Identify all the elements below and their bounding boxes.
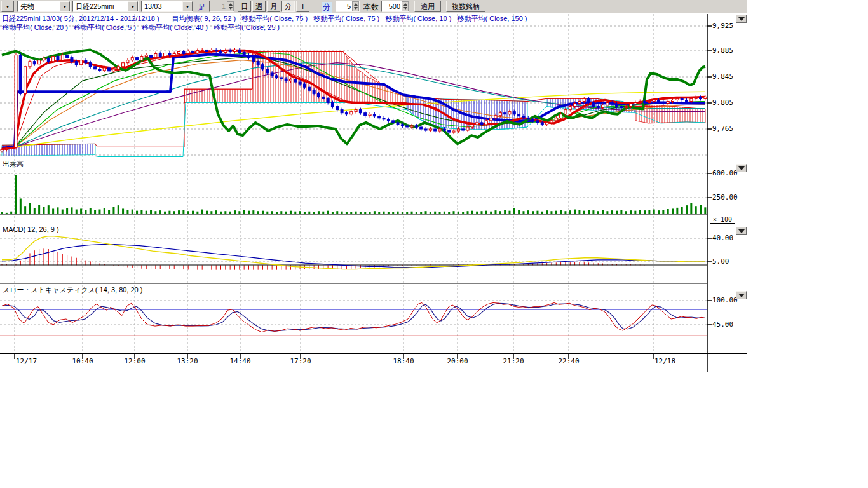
volume-multiplier-badge: × 100: [710, 215, 735, 224]
chart-header-line1: 日経225mini 13/03( 5分, 2012/12/14 - 2012/1…: [2, 14, 527, 24]
time-axis-label: 13:20: [177, 357, 198, 365]
panel-dropdown-button[interactable]: [736, 164, 747, 172]
time-axis-label: 22:40: [558, 357, 579, 365]
stochastics-panel-label: スロー・ストキャスティクス( 14, 3, 80, 20 ): [3, 285, 142, 295]
chevron-down-icon: [738, 166, 745, 170]
time-axis-label: 20:00: [447, 357, 468, 365]
macd-panel-label: MACD( 12, 26, 9 ): [3, 226, 59, 233]
price-axis-label: 9,805: [712, 98, 733, 107]
price-axis-label: 9,765: [712, 125, 733, 133]
panel-dropdown-button[interactable]: [736, 227, 747, 235]
macd-axis-label: 40.00: [712, 234, 733, 242]
time-axis-label: 21:20: [503, 357, 524, 365]
volume-panel-label: 出来高: [3, 159, 24, 169]
time-axis-label: 12/17: [16, 357, 37, 365]
chevron-down-icon: [738, 294, 745, 297]
trading-chart-app: { "toolbar": { "dropdown_button": "▼", "…: [0, 0, 868, 488]
chevron-down-icon: [738, 17, 745, 21]
time-axis-label: 10:40: [72, 357, 93, 365]
stoch-axis-label: 45.00: [712, 320, 733, 329]
panel-dropdown-button[interactable]: [736, 15, 747, 23]
stoch-axis-label: 100.00: [712, 296, 738, 304]
time-axis-label: 17:20: [290, 357, 311, 365]
time-axis-label: 14:40: [229, 357, 250, 365]
price-axis-label: 9,925: [712, 22, 733, 30]
time-axis-label: 12/18: [654, 357, 675, 365]
macd-axis-label: 5.00: [712, 257, 729, 266]
chart-canvas: [0, 0, 868, 381]
panel-dropdown-button[interactable]: [736, 291, 747, 299]
time-axis-label: 12:00: [124, 357, 145, 365]
time-axis-label: 18:40: [393, 357, 414, 365]
chevron-down-icon: [738, 229, 745, 233]
chart-header-line2: 移動平均( Close, 20 ) 移動平均( Close, 5 ) 移動平均(…: [2, 23, 280, 32]
price-axis-label: 9,845: [712, 72, 733, 81]
volume-axis-label: 600.00: [712, 169, 738, 177]
volume-axis-label: 250.00: [712, 193, 738, 201]
price-axis-label: 9,885: [712, 46, 733, 55]
